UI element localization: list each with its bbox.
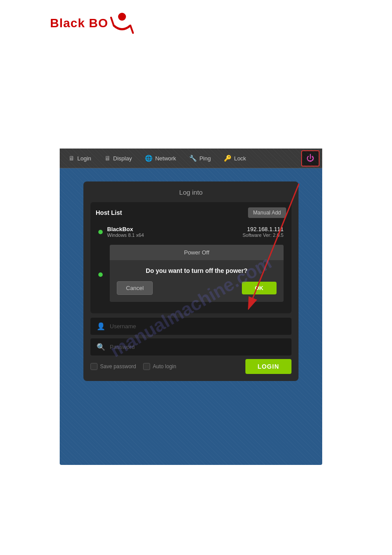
power-off-title: Power Off xyxy=(110,245,284,260)
username-placeholder: Username xyxy=(110,323,136,330)
host-list-header: Host List Manual Add xyxy=(96,207,286,218)
tab-lock[interactable]: 🔑 Lock xyxy=(218,151,252,165)
login-icon: 🖥 xyxy=(68,155,75,162)
power-off-content: Do you want to turn off the power? Cance… xyxy=(110,260,284,302)
host-list-section: Host List Manual Add BlackBox Windows 8.… xyxy=(90,202,291,313)
host-list-title: Host List xyxy=(96,209,122,216)
save-password-checkbox[interactable] xyxy=(90,363,97,370)
password-icon: 🔍 xyxy=(97,343,105,351)
tab-display-label: Display xyxy=(113,155,132,162)
tab-network[interactable]: 🌐 Network xyxy=(139,151,182,165)
tab-bar: 🖥 Login 🖥 Display 🌐 Network 🔧 Ping 🔑 Loc… xyxy=(60,149,322,168)
password-placeholder: Password xyxy=(110,344,135,350)
host-info: BlackBox Windows 8.1 x64 xyxy=(107,226,238,238)
host-status-dot-2 xyxy=(98,272,103,277)
tab-ping[interactable]: 🔧 Ping xyxy=(183,151,217,165)
host-status-dot xyxy=(98,230,103,234)
logo-icon xyxy=(110,9,134,37)
svg-line-1 xyxy=(111,18,114,25)
tab-login-label: Login xyxy=(77,155,91,162)
host-row[interactable]: BlackBox Windows 8.1 x64 192.168.1.111 S… xyxy=(96,222,286,241)
power-off-buttons: Cancel OK xyxy=(117,281,277,295)
checkbox-group: Save password Auto login xyxy=(90,363,176,370)
manual-add-button[interactable]: Manual Add xyxy=(248,207,286,218)
host-ip-address: 192.168.1.111 xyxy=(242,226,284,232)
host-ip-info: 192.168.1.111 Software Ver: 2.0.5 xyxy=(242,226,284,238)
login-button[interactable]: LOGIN xyxy=(245,359,291,374)
dialog-title: Log into xyxy=(90,189,291,196)
log-into-dialog: Log into Host List Manual Add BlackBox W… xyxy=(83,181,298,381)
lock-icon: 🔑 xyxy=(224,155,231,162)
bottom-row: Save password Auto login LOGIN xyxy=(90,359,291,374)
username-field[interactable]: 👤 Username xyxy=(90,318,291,335)
tab-ping-label: Ping xyxy=(199,155,211,162)
main-panel: Log into Host List Manual Add BlackBox W… xyxy=(60,168,322,390)
tab-power[interactable]: ⏻ xyxy=(301,150,320,167)
svg-line-2 xyxy=(130,25,133,33)
tab-display[interactable]: 🖥 Display xyxy=(98,151,138,165)
logo-text: Black BO xyxy=(50,16,108,30)
save-password-label: Save password xyxy=(100,363,136,370)
auto-login-checkbox[interactable] xyxy=(143,363,150,370)
cancel-button[interactable]: Cancel xyxy=(117,281,153,295)
password-field[interactable]: 🔍 Password xyxy=(90,338,291,355)
display-icon: 🖥 xyxy=(104,155,111,162)
network-icon: 🌐 xyxy=(145,155,152,162)
tab-lock-label: Lock xyxy=(234,155,246,162)
svg-point-0 xyxy=(118,13,126,21)
tab-login[interactable]: 🖥 Login xyxy=(62,151,97,165)
user-icon: 👤 xyxy=(97,322,105,330)
power-off-question: Do you want to turn off the power? xyxy=(117,267,277,274)
auto-login-item[interactable]: Auto login xyxy=(143,363,176,370)
host-row-2[interactable]: Power Off Do you want to turn off the po… xyxy=(96,241,286,308)
auto-login-label: Auto login xyxy=(153,363,176,370)
ping-icon: 🔧 xyxy=(189,155,197,162)
host-name: BlackBox xyxy=(107,226,238,232)
host-os: Windows 8.1 x64 xyxy=(107,232,238,238)
save-password-item[interactable]: Save password xyxy=(90,363,136,370)
host-software-ver: Software Ver: 2.0.5 xyxy=(242,232,284,238)
tab-network-label: Network xyxy=(155,155,176,162)
ok-button[interactable]: OK xyxy=(242,282,277,294)
power-icon: ⏻ xyxy=(306,154,314,163)
power-off-dialog: Power Off Do you want to turn off the po… xyxy=(110,245,284,302)
logo-area: Black BO xyxy=(50,9,134,37)
screenshot-container: manualmachine.com 🖥 Login 🖥 Display 🌐 Ne… xyxy=(60,149,322,465)
